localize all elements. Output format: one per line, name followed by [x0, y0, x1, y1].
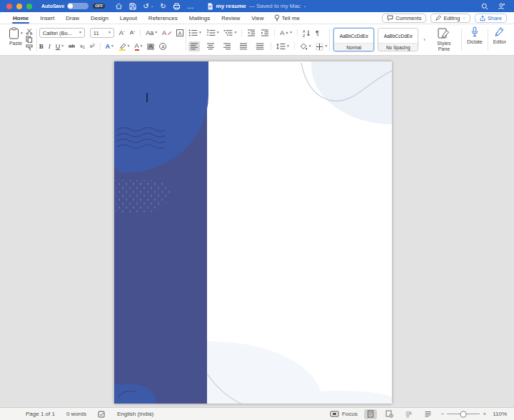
- zoom-percentage[interactable]: 110%: [493, 411, 507, 417]
- document-title-area[interactable]: my resume — Saved to my Mac ⌄: [208, 3, 307, 10]
- language-status[interactable]: English (India): [117, 411, 153, 417]
- more-commands-icon[interactable]: …: [187, 3, 194, 10]
- document-area[interactable]: [0, 56, 514, 407]
- focus-icon: [330, 411, 339, 417]
- shrink-font-button[interactable]: Aˇ: [130, 30, 135, 36]
- zoom-out-button[interactable]: −: [441, 411, 445, 417]
- autosave-control[interactable]: AutoSave OFF: [41, 3, 105, 9]
- undo-button[interactable]: ↺⌄: [143, 3, 153, 10]
- immersive-reader-view-button[interactable]: [383, 409, 396, 419]
- zoom-window-button[interactable]: [26, 4, 32, 9]
- text-sparkle-button[interactable]: A▾: [280, 30, 292, 36]
- borders-button[interactable]: ▾: [316, 43, 327, 51]
- show-formatting-marks-button[interactable]: ¶: [316, 30, 319, 36]
- share-button[interactable]: Share: [475, 14, 507, 23]
- spellcheck-icon[interactable]: [98, 411, 106, 418]
- styles-pane-icon: [438, 28, 450, 39]
- paste-label: Paste: [9, 41, 22, 46]
- home-icon[interactable]: [115, 2, 123, 10]
- tab-layout[interactable]: Layout: [114, 13, 143, 24]
- justify-button[interactable]: [238, 41, 249, 51]
- tab-home[interactable]: Home: [7, 13, 34, 24]
- font-size-combo[interactable]: 11▾: [90, 28, 114, 38]
- sort-button[interactable]: AZ: [303, 29, 311, 37]
- character-border-button[interactable]: A: [176, 29, 183, 36]
- subscript-button[interactable]: x2: [80, 44, 85, 49]
- word-count[interactable]: 0 words: [66, 411, 86, 417]
- dictate-button[interactable]: Dictate: [464, 26, 485, 54]
- autosave-toggle[interactable]: [67, 3, 89, 9]
- editing-button[interactable]: Editing ⌄: [430, 14, 470, 23]
- tab-mailings[interactable]: Mailings: [183, 13, 216, 24]
- style-normal[interactable]: AaBbCcDdEe Normal: [333, 28, 374, 51]
- copy-icon[interactable]: [26, 36, 33, 43]
- page-count[interactable]: Page 1 of 1: [26, 411, 55, 417]
- bold-button[interactable]: B: [39, 44, 44, 50]
- font-color-button[interactable]: A▾: [135, 43, 143, 51]
- multilevel-list-button[interactable]: ▾: [223, 29, 236, 36]
- toggle-knob: [68, 4, 73, 9]
- tab-design[interactable]: Design: [85, 13, 114, 24]
- align-left-button[interactable]: [188, 41, 200, 51]
- account-icon[interactable]: [498, 3, 505, 10]
- ribbon-home: ▾ Paste Calibri (Bo...▾ 11▾ Aˆ Aˇ Aa▾ A …: [0, 24, 514, 56]
- styles-pane-button[interactable]: Styles Pane: [430, 27, 458, 52]
- decrease-indent-button[interactable]: [247, 29, 256, 36]
- save-icon[interactable]: [129, 3, 136, 10]
- tab-draw[interactable]: Draw: [60, 13, 85, 24]
- zoom-in-button[interactable]: +: [483, 411, 486, 417]
- web-layout-view-button[interactable]: [403, 409, 415, 419]
- title-chevron-icon[interactable]: ⌄: [303, 4, 307, 9]
- tab-references[interactable]: References: [143, 13, 183, 24]
- italic-button[interactable]: I: [49, 44, 51, 50]
- tell-me-button[interactable]: Tell me: [270, 14, 304, 22]
- cut-icon[interactable]: [26, 28, 33, 35]
- align-center-button[interactable]: [205, 41, 216, 51]
- line-spacing-button[interactable]: ▾: [276, 43, 289, 50]
- tab-insert[interactable]: Insert: [34, 13, 60, 24]
- clear-formatting-button[interactable]: A: [162, 30, 171, 36]
- redo-icon[interactable]: ↻: [160, 3, 166, 10]
- bullet-list-button[interactable]: ▾: [188, 29, 201, 36]
- numbered-list-button[interactable]: ▾: [206, 29, 219, 36]
- character-shading-button[interactable]: A: [147, 44, 154, 50]
- superscript-button[interactable]: x2: [90, 44, 95, 49]
- comments-button[interactable]: Comments: [382, 14, 426, 23]
- increase-indent-button[interactable]: [261, 29, 269, 36]
- font-name-combo[interactable]: Calibri (Bo...▾: [39, 28, 85, 38]
- text-effects-button[interactable]: A▾: [106, 44, 114, 50]
- draft-view-button[interactable]: [422, 409, 435, 419]
- tabrow-actions: Comments Editing ⌄ Share: [382, 14, 507, 23]
- grow-font-button[interactable]: Aˆ: [119, 30, 125, 36]
- highlight-color-button[interactable]: ▾: [119, 42, 130, 51]
- print-layout-view-button[interactable]: [364, 409, 377, 419]
- resume-sidebar-panel: [114, 61, 207, 404]
- styles-gallery-expander[interactable]: ›: [422, 36, 427, 43]
- document-page[interactable]: [114, 61, 392, 404]
- zoom-slider[interactable]: [447, 414, 480, 414]
- undo-dropdown-icon[interactable]: ⌄: [151, 4, 154, 9]
- style-no-spacing-preview: AaBbCcDdEe: [378, 29, 418, 43]
- change-case-button[interactable]: Aa▾: [146, 30, 157, 36]
- align-right-button[interactable]: [221, 41, 233, 51]
- paste-button[interactable]: ▾ Paste: [6, 26, 26, 53]
- distribute-text-button[interactable]: [254, 41, 266, 51]
- format-painter-icon[interactable]: [26, 44, 33, 51]
- search-icon[interactable]: [481, 3, 488, 10]
- print-icon[interactable]: [173, 3, 181, 10]
- editor-button[interactable]: Editor: [490, 26, 509, 54]
- tab-review[interactable]: Review: [216, 13, 246, 24]
- strikethrough-button[interactable]: ab: [69, 44, 75, 49]
- enclose-characters-button[interactable]: A: [159, 43, 166, 50]
- underline-button[interactable]: U▾: [56, 44, 64, 50]
- zoom-slider-thumb[interactable]: [460, 411, 467, 417]
- style-no-spacing[interactable]: AaBbCcDdEe No Spacing: [378, 28, 418, 51]
- shading-button[interactable]: ▾: [300, 43, 311, 50]
- panel-dots-pattern: [116, 180, 170, 214]
- focus-button[interactable]: Focus: [330, 411, 358, 417]
- paste-dropdown-icon[interactable]: ▾: [21, 31, 23, 36]
- tab-view[interactable]: View: [246, 13, 269, 24]
- minimize-window-button[interactable]: [16, 4, 22, 9]
- close-window-button[interactable]: [6, 4, 12, 9]
- window-controls: [6, 4, 32, 9]
